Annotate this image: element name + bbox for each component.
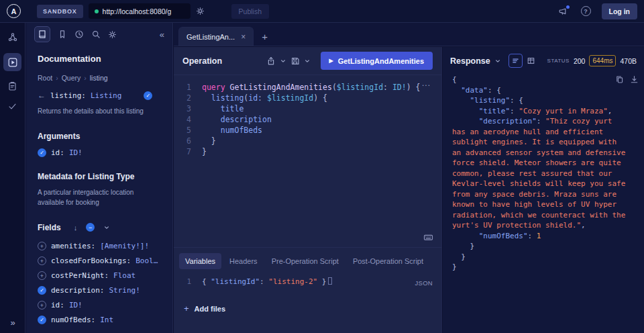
documentation-tab-icon[interactable] (34, 26, 50, 42)
code-line: "title": "Cozy yurt in Mraza", (452, 106, 629, 117)
field-type[interactable]: ID! (69, 301, 83, 310)
readiness-check-icon[interactable] (7, 101, 17, 111)
token-key: "numOfBeds" (479, 232, 528, 240)
editor-gutter: 1234567 (174, 82, 201, 247)
operation-panel: Operation ▶ GetListingAndAmenities (174, 47, 442, 333)
table-view-icon[interactable] (527, 56, 535, 65)
field-add-icon[interactable]: + (38, 271, 46, 280)
field-name[interactable]: amenities: (51, 242, 95, 250)
connection-settings-gear-icon[interactable] (196, 7, 205, 15)
request-tab-post-operation-script[interactable]: Post-Operation Script (347, 253, 429, 269)
response-size: 470B (620, 57, 637, 65)
token-p: } (452, 242, 474, 250)
variables-code[interactable]: { "listingId": "listing-2" } (201, 277, 441, 287)
field-name[interactable]: id: (51, 301, 64, 310)
query-editor[interactable]: 1234567 query GetListingAndAmenities($li… (174, 75, 441, 247)
field-row[interactable]: +amenities:[Amenity!]! (38, 239, 161, 254)
add-files-button[interactable]: + Add files (184, 304, 441, 313)
response-dropdown-chevron-icon[interactable] (494, 58, 501, 64)
field-type[interactable]: String! (109, 286, 140, 295)
plus-icon: + (184, 304, 189, 313)
selected-field-row: ← listing: Listing ✓ (38, 91, 161, 100)
token-num: 1 (537, 232, 541, 240)
field-row[interactable]: +id:ID! (38, 298, 161, 313)
duration-badge[interactable]: 644ms (589, 55, 616, 66)
argument-row[interactable]: ✓ id: ID! (38, 148, 161, 157)
request-tab-variables[interactable]: Variables (179, 253, 221, 269)
code-line: } (452, 262, 629, 273)
variables-editor[interactable]: 1 { "listingId": "listing-2" } JSON (174, 273, 441, 287)
keyboard-shortcuts-icon[interactable] (423, 232, 433, 242)
field-row[interactable]: +closedForBookings:Bool… (38, 254, 161, 269)
token-p (452, 232, 479, 240)
fields-chevron-down-icon[interactable] (103, 224, 110, 231)
token-p (202, 104, 221, 113)
field-add-icon[interactable]: + (38, 256, 46, 265)
share-dropdown-chevron-icon[interactable] (280, 58, 286, 64)
field-name[interactable]: numOfBeds: (51, 316, 95, 324)
copy-response-icon[interactable] (615, 75, 624, 84)
tab-label: GetListingAn... (186, 33, 235, 41)
field-selected-badge-icon[interactable]: ✓ (144, 91, 152, 100)
schema-graph-icon[interactable] (7, 32, 18, 43)
announcements-icon[interactable] (558, 7, 568, 16)
collapse-docs-icon[interactable]: « (160, 30, 164, 40)
selected-field-name[interactable]: listing: (50, 91, 86, 100)
request-tab-headers[interactable]: Headers (223, 253, 264, 269)
field-row[interactable]: +costPerNight:Float (38, 269, 161, 283)
more-options-icon[interactable]: ... (422, 78, 431, 89)
field-row[interactable]: ✓description:String! (38, 283, 161, 298)
selected-field-type[interactable]: Listing (91, 91, 121, 100)
field-selected-icon[interactable]: ✓ (38, 286, 46, 295)
field-selected-icon[interactable]: ✓ (38, 316, 46, 324)
login-button[interactable]: Log in (602, 3, 638, 19)
new-tab-button[interactable]: + (262, 32, 268, 42)
argument-type[interactable]: ID! (69, 148, 83, 157)
field-add-icon[interactable]: + (38, 242, 46, 250)
close-tab-icon[interactable]: × (241, 32, 246, 42)
formatted-view-icon[interactable] (508, 54, 523, 68)
apollo-logo[interactable]: A (7, 4, 21, 18)
breadcrumb-separator-icon: › (56, 74, 58, 82)
editor-code[interactable]: query GetListingAndAmenities($listingId:… (201, 82, 441, 247)
field-type[interactable]: Int (100, 316, 113, 324)
bookmarks-icon[interactable] (58, 30, 67, 39)
breadcrumb-query[interactable]: Query (62, 74, 81, 82)
share-operation-icon[interactable] (266, 56, 276, 66)
explorer-icon[interactable] (3, 53, 21, 71)
docs-toolbar: « (26, 23, 172, 46)
deselect-all-fields-icon[interactable]: − (86, 223, 95, 232)
publish-button[interactable]: Publish (231, 4, 269, 19)
argument-selected-icon[interactable]: ✓ (38, 148, 46, 157)
field-type[interactable]: Float (113, 271, 136, 280)
operation-tab[interactable]: GetListingAn... × (178, 27, 254, 46)
sandbox-button[interactable]: SANDBOX (37, 5, 83, 18)
endpoint-input[interactable]: http://localhost:8080/g (89, 3, 191, 19)
field-name[interactable]: costPerNight: (51, 271, 109, 280)
docs-settings-gear-icon[interactable] (108, 30, 117, 39)
field-name[interactable]: description: (51, 286, 104, 295)
sort-fields-icon[interactable]: ↓ (74, 224, 78, 232)
fields-list: +amenities:[Amenity!]!+closedForBookings… (38, 239, 161, 328)
save-dropdown-chevron-icon[interactable] (304, 58, 311, 64)
search-icon[interactable] (91, 30, 101, 39)
help-icon[interactable]: ? (581, 6, 591, 16)
token-type: ID! (392, 83, 407, 92)
field-name[interactable]: closedForBookings: (51, 256, 131, 265)
request-tab-pre-operation-script[interactable]: Pre-Operation Script (266, 253, 345, 269)
field-add-icon[interactable]: + (38, 301, 46, 310)
run-operation-button[interactable]: ▶ GetListingAndAmenities (321, 52, 433, 70)
token-field: numOfBeds (221, 126, 262, 135)
field-row[interactable]: ✓numOfBeds:Int (38, 313, 161, 328)
code-line: "data": { (452, 85, 629, 96)
save-operation-icon[interactable] (290, 56, 300, 66)
token-field: description (221, 115, 272, 124)
download-response-icon[interactable] (630, 75, 639, 84)
breadcrumb-root[interactable]: Root (38, 74, 52, 82)
field-type[interactable]: Bool… (136, 256, 158, 265)
field-type[interactable]: [Amenity!]! (100, 242, 149, 250)
expand-rail-icon[interactable]: » (0, 318, 25, 328)
back-arrow-icon[interactable]: ← (38, 91, 46, 100)
history-icon[interactable] (74, 30, 84, 39)
checklist-icon[interactable] (7, 81, 17, 91)
